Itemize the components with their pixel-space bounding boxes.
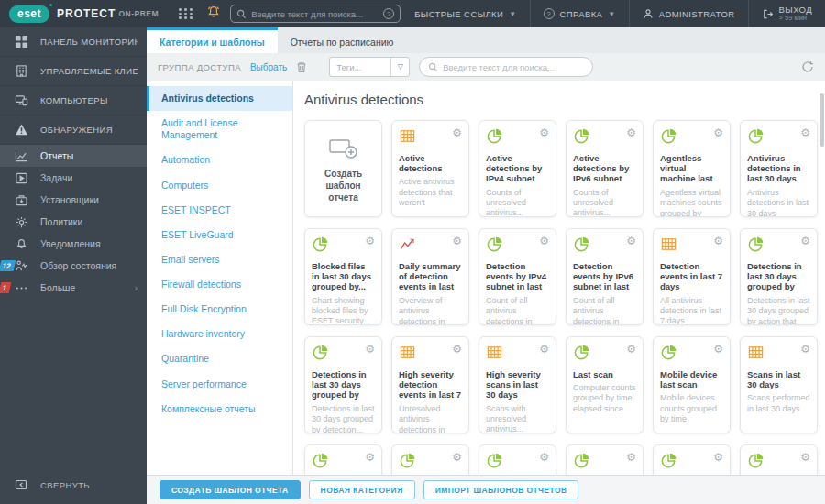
gear-icon[interactable]: ⚙ [539, 452, 549, 463]
tags-dropdown[interactable]: Теги... ▽ [329, 57, 410, 77]
sidebar-item-dashboard[interactable]: ПАНЕЛЬ МОНИТОРИНГА [0, 27, 147, 57]
gear-icon[interactable]: ⚙ [626, 236, 636, 247]
sidebar-item-policies[interactable]: Политики [0, 211, 147, 233]
pie-chart-icon [312, 236, 329, 257]
template-search-input[interactable] [443, 62, 584, 72]
gear-icon[interactable]: ⚙ [800, 452, 810, 463]
sidebar-item-tasks[interactable]: Задачи [0, 167, 147, 189]
sidebar-item-reports[interactable]: Отчеты [0, 145, 147, 167]
gear-icon[interactable]: ⚙ [626, 452, 636, 463]
gear-icon[interactable]: ⚙ [365, 344, 375, 355]
report-card[interactable]: ⚙ Detections in last 30 days grouped by … [740, 228, 818, 325]
sidebar-item-notifications[interactable]: Уведомления [0, 233, 147, 255]
category-item[interactable]: Full Disk Encryption [147, 297, 292, 322]
table-chart-icon [747, 344, 764, 365]
gear-icon[interactable]: ⚙ [713, 127, 723, 138]
gear-icon[interactable]: ⚙ [452, 236, 462, 247]
sidebar-item-clients[interactable]: УПРАВЛЯЕМЫЕ КЛИЕНТЫ [0, 57, 147, 86]
sidebar-item-more[interactable]: 1Больше› [0, 277, 147, 299]
report-card[interactable]: ⚙ Detection events by IPv6 subnet in las… [566, 228, 644, 325]
sidebar-item-installers[interactable]: Установщики [0, 189, 147, 211]
gear-icon[interactable]: ⚙ [626, 127, 636, 138]
gear-icon[interactable]: ⚙ [713, 344, 723, 355]
gear-icon[interactable]: ⚙ [452, 452, 462, 463]
import-templates-button[interactable]: ИМПОРТ ШАБЛОНОВ ОТЧЕТОВ [424, 480, 579, 499]
product-name: PROTECT [57, 7, 116, 20]
category-item[interactable]: Email servers [147, 247, 292, 272]
category-item[interactable]: Server performance [147, 372, 292, 397]
help-menu[interactable]: ? СПРАВКА▼ [530, 0, 629, 27]
search-icon [428, 62, 438, 72]
category-item[interactable]: Audit and License Management [147, 111, 292, 148]
card-description: Count of all antivirus detections in las… [573, 296, 636, 325]
search-help-icon[interactable]: ? [383, 8, 394, 19]
gear-icon[interactable]: ⚙ [713, 452, 723, 463]
create-template-card[interactable]: Создать шаблон отчета [304, 120, 382, 217]
gear-icon[interactable]: ⚙ [539, 127, 549, 138]
report-card[interactable]: ⚙ [740, 444, 818, 475]
gear-icon[interactable]: ⚙ [452, 127, 462, 138]
create-report-template-button[interactable]: СОЗДАТЬ ШАБЛОН ОТЧЕТА [160, 480, 301, 499]
category-item[interactable]: Hardware inventory [147, 322, 292, 346]
eset-logo[interactable]: eset [9, 5, 50, 23]
badge: 12 [0, 260, 16, 271]
report-card[interactable]: ⚙ [304, 444, 382, 475]
apps-grid-icon[interactable] [179, 8, 193, 19]
category-item[interactable]: Automation [147, 148, 292, 172]
report-card[interactable]: ⚙ Antivirus detections in last 30 days g… [740, 120, 818, 217]
sidebar-item-status[interactable]: 12Обзор состояния [0, 255, 147, 277]
template-search[interactable] [419, 57, 593, 77]
gear-icon[interactable]: ⚙ [539, 236, 549, 247]
gear-icon[interactable]: ⚙ [539, 344, 549, 355]
sidebar-collapse-button[interactable]: СВЕРНУТЬ [0, 473, 147, 497]
tab-categories-templates[interactable]: Категории и шаблоны [147, 27, 278, 53]
gear-icon[interactable]: ⚙ [452, 344, 462, 355]
trash-icon[interactable] [296, 61, 307, 73]
notification-bell-icon[interactable] [206, 5, 221, 23]
category-item[interactable]: Firewall detections [147, 272, 292, 297]
tab-scheduled-reports[interactable]: Отчеты по расписанию [278, 27, 407, 53]
category-item[interactable]: ESET INSPECT [147, 198, 292, 223]
report-card[interactable]: ⚙ Daily summary of detection events in l… [391, 228, 469, 325]
category-item[interactable]: Computers [147, 173, 292, 198]
report-card[interactable]: ⚙ Mobile device last scan Mobile devices… [653, 336, 731, 433]
global-search[interactable]: ? [230, 5, 401, 23]
report-card[interactable]: ⚙ High severity scans in last 30 days Sc… [478, 336, 556, 433]
report-card[interactable]: ⚙ Detection events in last 7 days All an… [653, 228, 731, 325]
category-item[interactable]: Antivirus detections [147, 86, 292, 111]
report-card[interactable]: ⚙ Detection events by IPv4 subnet in las… [478, 228, 556, 325]
report-card[interactable]: ⚙ [566, 444, 644, 475]
new-category-button[interactable]: НОВАЯ КАТЕГОРИЯ [309, 480, 415, 499]
user-menu[interactable]: ADMINISTRATOR [629, 0, 748, 27]
report-card[interactable]: ⚙ [391, 444, 469, 475]
report-card[interactable]: ⚙ [653, 444, 731, 475]
gear-icon[interactable]: ⚙ [365, 452, 375, 463]
report-card[interactable]: ⚙ Scans in last 30 days Scans performed … [740, 336, 818, 433]
report-card[interactable]: ⚙ Active detections Active antivirus det… [391, 120, 469, 217]
category-item[interactable]: Quarantine [147, 346, 292, 371]
report-card[interactable]: ⚙ Detections in last 30 days grouped by … [304, 336, 382, 433]
gear-icon[interactable]: ⚙ [800, 236, 810, 247]
sidebar-item-computers[interactable]: КОМПЬЮТЕРЫ [0, 86, 147, 115]
refresh-icon[interactable] [801, 60, 814, 73]
gear-icon[interactable]: ⚙ [626, 344, 636, 355]
report-card[interactable]: ⚙ High severity detection events in last… [391, 336, 469, 433]
scrollbar-thumb[interactable] [820, 93, 824, 147]
quick-links-menu[interactable]: БЫСТРЫЕ ССЫЛКИ▼ [401, 0, 529, 27]
logout-button[interactable]: ВЫХОД > 59 мин [748, 0, 825, 27]
report-card[interactable]: ⚙ Active detections by IPv4 subnet Count… [478, 120, 556, 217]
report-card[interactable]: ⚙ Active detections by IPv6 subnet Count… [566, 120, 644, 217]
sidebar-item-detections[interactable]: ОБНАРУЖЕНИЯ [0, 115, 147, 145]
gear-icon[interactable]: ⚙ [713, 236, 723, 247]
category-item[interactable]: Комплексные отчеты [147, 397, 292, 422]
report-card[interactable]: ⚙ [478, 444, 556, 475]
access-group-select-link[interactable]: Выбрать [250, 62, 287, 72]
report-card[interactable]: ⚙ Blocked files in last 30 days grouped … [304, 228, 382, 325]
report-card[interactable]: ⚙ Agentless virtual machine last scan Ag… [653, 120, 731, 217]
gear-icon[interactable]: ⚙ [800, 127, 810, 138]
global-search-input[interactable] [251, 9, 379, 19]
report-card[interactable]: ⚙ Last scan Computer counts grouped by t… [566, 336, 644, 433]
gear-icon[interactable]: ⚙ [365, 236, 375, 247]
category-item[interactable]: ESET LiveGuard [147, 223, 292, 247]
gear-icon[interactable]: ⚙ [800, 344, 810, 355]
